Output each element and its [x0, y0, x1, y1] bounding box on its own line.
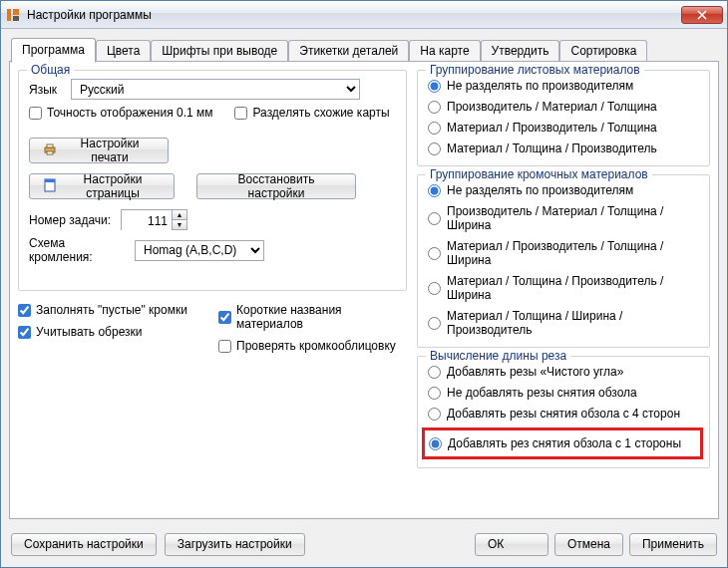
titlebar: Настройки программы	[1, 1, 727, 29]
spinner-up-icon[interactable]: ▲	[173, 210, 186, 220]
tab-sorting[interactable]: Сортировка	[559, 40, 647, 62]
edge-opt-2[interactable]: Материал / Производитель / Толщина / Шир…	[428, 239, 699, 267]
sheet-group: Группирование листовых материалов Не раз…	[417, 70, 710, 166]
edge-group-legend: Группирование кромочных материалов	[426, 167, 652, 181]
tab-on-map[interactable]: На карте	[409, 40, 480, 62]
left-column: Общая Язык Русский Точность отображения …	[18, 70, 407, 510]
content-area: Программа Цвета Шрифты при выводе Этикет…	[1, 29, 727, 527]
cancel-button[interactable]: Отмена	[554, 533, 623, 556]
footer: Сохранить настройки Загрузить настройки …	[1, 527, 727, 567]
edge-scheme-select[interactable]: Homag (A,B,C,D)	[135, 240, 264, 261]
tab-program[interactable]: Программа	[11, 38, 96, 63]
window-title: Настройки программы	[27, 8, 681, 22]
use-offcuts-check[interactable]: Учитывать обрезки	[18, 325, 206, 339]
highlight-frame: Добавлять рез снятия обзола с 1 стороны	[422, 427, 703, 459]
sheet-group-legend: Группирование листовых материалов	[426, 63, 644, 77]
ok-button[interactable]: ОК	[475, 533, 548, 556]
language-select[interactable]: Русский	[71, 79, 360, 100]
task-number-input[interactable]	[122, 210, 172, 231]
page-settings-button[interactable]: Настройки страницы	[29, 173, 175, 199]
split-maps-label: Разделять схожие карты	[252, 106, 389, 120]
edge-opt-1[interactable]: Производитель / Материал / Толщина / Шир…	[428, 204, 699, 232]
right-column: Группирование листовых материалов Не раз…	[417, 70, 710, 510]
task-number-label: Номер задачи:	[29, 213, 115, 227]
split-maps-check[interactable]: Разделять схожие карты	[234, 106, 389, 120]
tab-colors[interactable]: Цвета	[96, 40, 151, 62]
svg-rect-4	[47, 144, 53, 147]
precision-check[interactable]: Точность отображения 0.1 мм	[29, 106, 212, 120]
load-settings-button[interactable]: Загрузить настройки	[165, 533, 305, 556]
spinner-down-icon[interactable]: ▼	[173, 220, 186, 229]
apply-button[interactable]: Применить	[629, 533, 717, 556]
tab-body-program: Общая Язык Русский Точность отображения …	[9, 61, 719, 519]
cut-opt-1[interactable]: Не добавлять резы снятия обзола	[428, 386, 699, 400]
svg-rect-5	[47, 151, 53, 154]
general-legend: Общая	[27, 63, 74, 77]
sheet-opt-0[interactable]: Не разделять по производителям	[428, 79, 699, 93]
precision-label: Точность отображения 0.1 мм	[47, 106, 212, 120]
language-label: Язык	[29, 83, 65, 97]
sheet-opt-1[interactable]: Производитель / Материал / Толщина	[428, 100, 699, 114]
general-group: Общая Язык Русский Точность отображения …	[18, 70, 407, 291]
edge-opt-0[interactable]: Не разделять по производителям	[428, 183, 699, 197]
printer-icon	[42, 142, 58, 160]
cut-length-legend: Вычисление длины реза	[426, 349, 570, 363]
edge-group: Группирование кромочных материалов Не ра…	[417, 174, 710, 348]
save-settings-button[interactable]: Сохранить настройки	[11, 533, 157, 556]
svg-rect-0	[7, 9, 11, 21]
svg-rect-7	[45, 179, 55, 182]
svg-rect-1	[13, 9, 19, 15]
edge-opt-4[interactable]: Материал / Толщина / Ширина / Производит…	[428, 309, 699, 337]
check-edgebanding-check[interactable]: Проверять кромкооблицовку	[218, 339, 407, 353]
close-button[interactable]	[681, 6, 723, 24]
svg-rect-2	[13, 16, 19, 21]
print-settings-button[interactable]: Настройки печати	[29, 138, 169, 163]
tab-labels[interactable]: Этикетки деталей	[288, 40, 409, 62]
cut-opt-0[interactable]: Добавлять резы «Чистого угла»	[428, 365, 699, 379]
tabstrip: Программа Цвета Шрифты при выводе Этикет…	[9, 37, 719, 62]
sheet-opt-2[interactable]: Материал / Производитель / Толщина	[428, 121, 699, 135]
cut-length-group: Вычисление длины реза Добавлять резы «Чи…	[417, 356, 710, 468]
cut-opt-3[interactable]: Добавлять рез снятия обзола с 1 стороны	[429, 436, 696, 450]
sheet-opt-3[interactable]: Материал / Толщина / Производитель	[428, 142, 699, 155]
restore-settings-button[interactable]: Восстановить настройки	[196, 173, 356, 199]
cut-opt-2[interactable]: Добавлять резы снятия обзола с 4 сторон	[428, 407, 699, 421]
app-icon	[5, 7, 21, 23]
fill-empty-check[interactable]: Заполнять "пустые" кромки	[18, 303, 206, 317]
short-names-check[interactable]: Короткие названия материалов	[218, 303, 407, 331]
task-number-spinner[interactable]: ▲ ▼	[121, 209, 187, 230]
edge-opt-3[interactable]: Материал / Толщина / Производитель / Шир…	[428, 274, 699, 302]
page-icon	[42, 177, 58, 196]
settings-window: Настройки программы Программа Цвета Шриф…	[0, 0, 728, 568]
tab-fonts[interactable]: Шрифты при выводе	[151, 40, 288, 62]
tab-approve[interactable]: Утвердить	[481, 40, 560, 62]
edge-scheme-label: Схема кромления:	[29, 236, 129, 264]
